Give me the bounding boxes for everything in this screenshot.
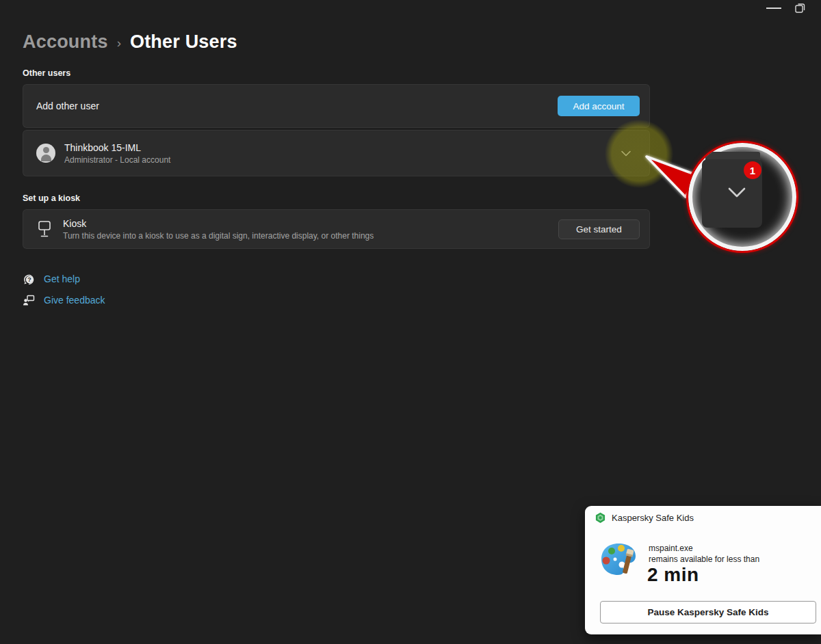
get-help-link[interactable]: ? Get help <box>23 273 80 285</box>
user-name: Thinkbook 15-IML <box>64 142 170 153</box>
user-avatar <box>36 144 55 163</box>
settings-window: Accounts › Other Users Other users Add o… <box>0 0 821 644</box>
breadcrumb: Accounts › Other Users <box>23 31 237 53</box>
help-icon: ? <box>23 273 35 285</box>
expand-user-button[interactable] <box>612 142 640 165</box>
kiosk-title: Kiosk <box>63 218 374 229</box>
kiosk-icon <box>36 219 53 239</box>
breadcrumb-chevron-icon: › <box>117 36 121 51</box>
give-feedback-link[interactable]: Give feedback <box>23 294 105 306</box>
restore-window-icon[interactable] <box>794 2 806 14</box>
breadcrumb-accounts[interactable]: Accounts <box>23 31 108 53</box>
magnifier-callout-circle: 1 <box>686 141 798 253</box>
user-account-row[interactable]: Thinkbook 15-IML Administrator - Local a… <box>23 130 650 176</box>
kiosk-row: Kiosk Turn this device into a kiosk to u… <box>23 209 650 249</box>
pause-kaspersky-button[interactable]: Pause Kaspersky Safe Kids <box>600 601 816 623</box>
minimize-icon[interactable] <box>766 8 781 9</box>
give-feedback-label: Give feedback <box>44 295 105 306</box>
mspaint-icon <box>599 539 638 579</box>
add-other-user-row: Add other user Add account <box>23 84 650 128</box>
chevron-down-icon <box>621 150 631 157</box>
kiosk-description: Turn this device into a kiosk to use as … <box>63 231 374 241</box>
svg-text:?: ? <box>27 276 31 283</box>
kaspersky-notification: Kaspersky Safe Kids mspaint.exe remains … <box>585 506 821 634</box>
get-help-label: Get help <box>44 273 80 284</box>
feedback-icon <box>23 294 35 306</box>
notification-app-name: Kaspersky Safe Kids <box>612 513 694 523</box>
kiosk-section-label: Set up a kiosk <box>23 193 80 203</box>
user-description: Administrator - Local account <box>64 155 170 165</box>
add-other-user-label: Add other user <box>36 100 99 111</box>
page-title: Other Users <box>130 31 237 53</box>
notification-process-name: mspaint.exe <box>649 544 693 553</box>
kaspersky-icon <box>595 512 606 524</box>
get-started-button[interactable]: Get started <box>558 219 640 239</box>
other-users-section-label: Other users <box>23 68 70 78</box>
notification-time-remaining: 2 min <box>647 564 699 586</box>
step-1-badge: 1 <box>744 161 761 179</box>
notification-message: remains available for less than <box>649 554 759 564</box>
magnified-chevron-down-icon <box>727 186 747 200</box>
add-account-button[interactable]: Add account <box>558 96 640 116</box>
